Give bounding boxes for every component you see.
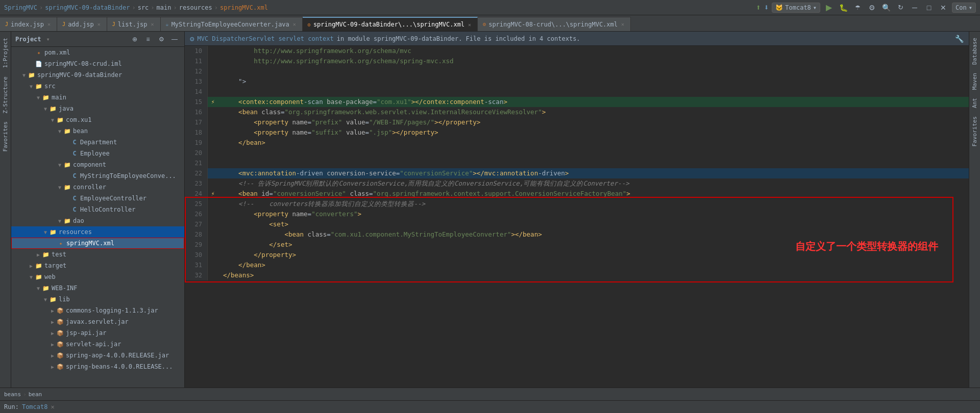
tab-close-icon[interactable]: ✕ (292, 21, 297, 28)
window-close-button[interactable]: ✕ (938, 2, 949, 13)
tree-item-target[interactable]: ▶📁target (11, 260, 184, 271)
sidebar-tab-structure[interactable]: Z-Structure (1, 72, 10, 118)
code-line: 22 <mvc:annotation-driven conversion-ser… (185, 168, 969, 178)
tree-item-department[interactable]: CDepartment (11, 137, 184, 148)
code-line: 12 (185, 66, 969, 76)
tree-item-employee[interactable]: CEmployee (11, 148, 184, 159)
line-number: 31 (185, 260, 208, 270)
tree-item-javax[interactable]: ▶📦javax.servlet.jar (11, 316, 184, 327)
tree-label-conroller: conroller (73, 184, 106, 191)
breadcrumb-src: src (138, 4, 149, 11)
line-number: 15 (185, 97, 208, 107)
tab-converter[interactable]: ☕ MyStringToEmployeeConverter.java ✕ (161, 17, 303, 31)
tab-add[interactable]: J add.jsp ✕ (57, 17, 107, 31)
run-button[interactable]: ▶ (823, 2, 835, 13)
tab-springmvc[interactable]: ⚙ springMVC-09-dataBinder\...\springMVC.… (303, 17, 478, 31)
con-tab[interactable]: Con ▾ (952, 3, 976, 13)
tree-item-web[interactable]: ▼📁web (11, 271, 184, 282)
line-gutter (208, 158, 218, 168)
tab-close-icon[interactable]: ✕ (46, 21, 52, 28)
tomcat-selector[interactable]: 🐱 Tomcat8 ▾ (772, 3, 820, 13)
line-gutter (208, 229, 218, 240)
tab-list[interactable]: J list.jsp ✕ (107, 17, 161, 31)
tree-item-databinder[interactable]: ▼📁springMVC-09-dataBinder (11, 69, 184, 81)
code-editor[interactable]: 10 http://www.springframework.org/schema… (185, 46, 969, 388)
sidebar-tab-favorites-right[interactable]: Favorites (970, 112, 979, 151)
tree-item-component[interactable]: ▼📁component (11, 159, 184, 170)
tree-item-empcontroller[interactable]: CEmployeeController (11, 193, 184, 204)
run-close-icon[interactable]: ✕ (51, 403, 54, 410)
tree-item-bean[interactable]: ▼📁bean (11, 125, 184, 137)
tree-item-servlet-api[interactable]: ▶📦servlet-api.jar (11, 339, 184, 350)
search-button[interactable]: 🔍 (880, 2, 892, 13)
tree-icon-package: 📁 (56, 116, 64, 124)
update-button[interactable]: ↻ (895, 2, 906, 13)
tree-arrow-servlet-api: ▶ (49, 342, 56, 347)
line-content: http://www.springframework.org/schema/sp… (218, 56, 969, 66)
line-content: </property> (218, 250, 969, 260)
tree-label-converter: MyStringToEmployeeConve... (80, 172, 176, 179)
code-line: 11 http://www.springframework.org/schema… (185, 56, 969, 66)
tree-item-comxu1[interactable]: ▼📁com.xu1 (11, 114, 184, 125)
code-line: 20 (185, 148, 969, 158)
tree-arrow-jsp-api: ▶ (49, 330, 56, 336)
tree-label-webinf: WEB-INF (52, 285, 78, 292)
sidebar-close-button[interactable]: — (169, 34, 180, 45)
tree-item-webinf[interactable]: ▼📁WEB-INF (11, 282, 184, 294)
sidebar-tab-maven[interactable]: Maven (970, 69, 979, 94)
sidebar-collapse-button[interactable]: ≡ (142, 34, 154, 45)
tree-item-spring-aop[interactable]: ▶📦spring-aop-4.0.0.RELEASE.jar (11, 350, 184, 361)
tree-item-test[interactable]: ▶📁test (11, 249, 184, 260)
settings-button[interactable]: ⚙ (866, 2, 877, 13)
line-content: <contex:component-scan base-package="com… (218, 97, 969, 107)
sidebar-tab-project[interactable]: 1:Project (1, 34, 10, 72)
coverage-button[interactable]: ☂ (852, 2, 863, 13)
tree-item-conroller[interactable]: ▼📁conroller (11, 182, 184, 193)
sidebar-tab-database[interactable]: Database (970, 34, 979, 69)
line-gutter (208, 209, 218, 219)
tree-item-java[interactable]: ▼📁java (11, 103, 184, 114)
tree-item-pom[interactable]: ✦pom.xml (11, 47, 184, 58)
breadcrumb-springmvc[interactable]: SpringMVC (4, 4, 37, 11)
sidebar-tab-ant[interactable]: Ant (970, 94, 979, 112)
line-gutter: ⚡ (208, 97, 218, 107)
line-number: 19 (185, 138, 208, 148)
tab-label: MyStringToEmployeeConverter.java (172, 21, 289, 28)
tree-arrow-databinder: ▼ (20, 72, 28, 78)
tree-item-hellocontroller[interactable]: CHelloController (11, 204, 184, 215)
tab-close-icon[interactable]: ✕ (620, 21, 625, 28)
debug-button[interactable]: 🐛 (838, 2, 849, 13)
tree-item-resources[interactable]: ▼📁resources (11, 226, 184, 238)
tab-springmvc08[interactable]: ⚙ springMVC-08-crud\...\springMVC.xml ✕ (478, 17, 631, 31)
tree-item-crud-iml[interactable]: 📄springMVC-08-crud.iml (11, 58, 184, 69)
breadcrumb-databinder[interactable]: springMVC-09-dataBinder (45, 4, 130, 11)
tree-arrow-main: ▼ (35, 95, 42, 100)
tree-item-lib[interactable]: ▼📁lib (11, 294, 184, 305)
tree-arrow-target: ▶ (28, 263, 35, 269)
tree-item-jsp-api[interactable]: ▶📦jsp-api.jar (11, 327, 184, 339)
sidebar-locate-button[interactable]: ⊕ (129, 34, 140, 45)
code-lines: 10 http://www.springframework.org/schema… (185, 46, 969, 280)
window-max-button[interactable]: □ (923, 2, 935, 13)
tree-item-main[interactable]: ▼📁main (11, 92, 184, 103)
tree-item-src[interactable]: ▼📁src (11, 81, 184, 92)
tab-index[interactable]: J index.jsp ✕ (0, 17, 57, 31)
tab-close-icon[interactable]: ✕ (96, 21, 102, 28)
info-bar: ⚙ MVC DispatcherServlet servlet context … (185, 32, 969, 46)
line-content (218, 87, 969, 97)
sidebar-settings-button[interactable]: ⚙ (156, 34, 167, 45)
tree-label-java: java (59, 105, 74, 112)
tab-close-icon[interactable]: ✕ (467, 21, 472, 28)
tree-item-spring-beans[interactable]: ▶📦spring-beans-4.0.0.RELEASE... (11, 361, 184, 372)
sidebar-tab-favorites[interactable]: Favorites (1, 117, 10, 156)
tree-icon-jar: 📦 (56, 340, 64, 348)
tree-item-converter[interactable]: CMyStringToEmployeeConve... (11, 170, 184, 182)
code-line: 19 </bean> (185, 138, 969, 148)
tree-item-springmvc-xml[interactable]: ✦springMVC.xml (11, 238, 184, 249)
code-line: 30 </property> (185, 250, 969, 260)
tab-close-icon[interactable]: ✕ (150, 21, 155, 28)
window-min-button[interactable]: ─ (909, 2, 920, 13)
wrench-icon[interactable]: 🔧 (955, 35, 964, 43)
tree-item-dao[interactable]: ▼📁dao (11, 215, 184, 226)
tree-item-commons[interactable]: ▶📦commons-logging-1.1.3.jar (11, 305, 184, 316)
